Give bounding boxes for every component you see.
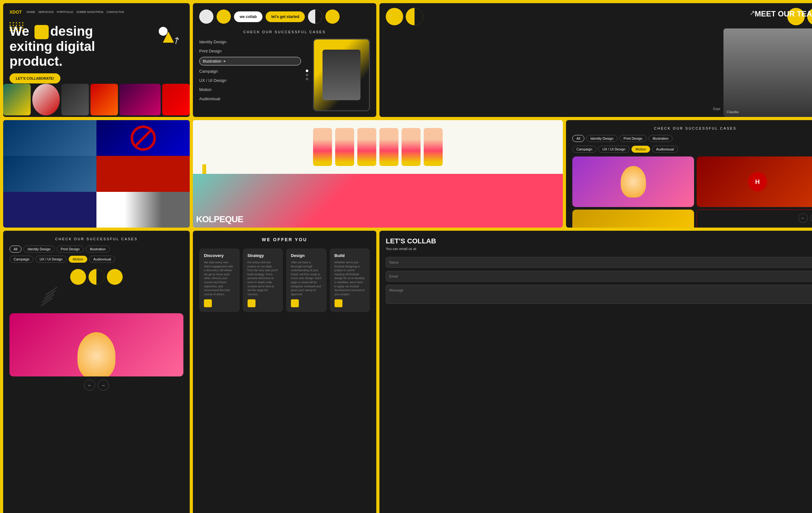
service-campaign[interactable]: Campaign <box>199 68 301 74</box>
nav-contactos[interactable]: CONTACTOS <box>107 10 124 13</box>
thumb-havana <box>162 84 190 115</box>
get-started-button[interactable]: let's get started <box>266 11 305 22</box>
arrow-next[interactable]: → <box>810 213 812 223</box>
offer-build-title: Build <box>335 253 366 258</box>
red-logo-text: H <box>755 178 759 185</box>
offer-discovery-icon <box>204 299 212 307</box>
bottom-tag-campaign[interactable]: Campaign <box>9 256 33 263</box>
bottom-tag-illus[interactable]: Illustration <box>86 246 110 252</box>
form-email-field[interactable]: Email <box>386 271 812 282</box>
case-baby <box>572 156 694 207</box>
form-name-field[interactable]: Name <box>386 257 812 268</box>
dots-decoration <box>9 22 24 31</box>
form-message-field[interactable]: Message <box>386 285 812 304</box>
illus-computer <box>3 192 96 228</box>
collaborate-button[interactable]: LET'S COLLABORATE! <box>9 73 60 84</box>
service-identity-design[interactable]: Identity Design <box>199 38 301 45</box>
yellow-circles-row <box>9 269 183 285</box>
nav-home[interactable]: HOME <box>27 10 35 13</box>
nav-links: HOME SERVICIOS PORTFOLIO SOBRE NOSOTROS … <box>27 10 124 13</box>
offer-title: WE OFFER YOU <box>199 237 370 242</box>
baby-figure <box>621 166 646 198</box>
nav-sobre[interactable]: SOBRE NOSOTROS <box>77 10 104 13</box>
thumb-mountain <box>32 84 60 115</box>
illus-blue-scene <box>3 120 96 156</box>
bottom-tag-identity[interactable]: Identity Design <box>23 246 55 252</box>
team-title: MEET OUR TEA <box>755 9 812 18</box>
offer-strategy-icon <box>248 299 256 307</box>
service-ux-ui[interactable]: UX / UI Design <box>199 77 301 84</box>
cases-right-panel: CHECK OUR SUCCESSFUL CASES All Identity … <box>566 120 812 228</box>
services-section-title: CHECK OUR SUCCESSFUL CASES <box>199 30 370 34</box>
char-5 <box>402 128 420 166</box>
main-illustration-panel: KOLPEQUE <box>193 120 563 228</box>
baby-figure-bottom <box>78 332 115 376</box>
tag-print-design[interactable]: Print Design <box>619 135 647 142</box>
circle-yellow-1 <box>216 9 231 24</box>
arrow-prev[interactable]: ← <box>799 213 808 223</box>
tag-motion[interactable]: Motion <box>632 146 650 153</box>
stripe-area <box>9 291 183 307</box>
tag-ux-ui[interactable]: UX / UI Design <box>598 146 630 153</box>
stripe-deco-bottom <box>41 293 55 302</box>
bottom-arrow-prev[interactable]: ← <box>84 380 95 391</box>
bottom-nav-arrows: ← → <box>9 380 183 391</box>
cases-right-title: CHECK OUR SUCCESSFUL CASES <box>572 126 812 130</box>
bottom-tag-audiovisual[interactable]: Audiovisual <box>89 256 115 263</box>
yellow-sm-3 <box>107 269 123 285</box>
yellow-sm-1 <box>70 269 86 285</box>
collab-title: LET'S COLLAB <box>386 237 812 245</box>
nav-portfolio[interactable]: PORTFOLIO <box>57 10 74 13</box>
service-illustration[interactable]: Illustration ➜ <box>199 57 301 65</box>
offer-build-icon <box>335 299 343 307</box>
offer-design: Design After we have a thorough enough u… <box>286 248 327 312</box>
red-logo: H <box>748 172 767 191</box>
case-gold <box>572 210 694 228</box>
bottom-tag-all[interactable]: All <box>9 246 22 252</box>
hero-icon-shape <box>34 25 49 39</box>
service-motion[interactable]: Motion <box>199 86 301 93</box>
bottom-arrow-next[interactable]: → <box>98 380 109 391</box>
tag-all[interactable]: All <box>572 135 584 142</box>
filter-tags-row-1: All Identity Design Print Design Illustr… <box>572 135 812 142</box>
illustration-collage-panel <box>3 120 190 228</box>
yellow-circle-tl-2 <box>406 8 423 25</box>
email-text: You can email us at: <box>386 247 812 251</box>
nav-bar: XDOT HOME SERVICIOS PORTFOLIO SOBRE NOSO… <box>9 9 183 14</box>
tag-campaign[interactable]: Campaign <box>572 146 596 153</box>
service-print-design[interactable]: Print Design <box>199 48 301 54</box>
offer-discovery-text: We start every new client engagement wit… <box>204 261 235 296</box>
we-collab-button[interactable]: we collab <box>234 11 262 22</box>
offer-build: Build Whether we've just finished design… <box>330 248 370 312</box>
cases-grid: H HAVANA <box>572 156 812 228</box>
top-buttons-area: we collab let's get started <box>199 9 370 24</box>
char-3 <box>357 128 376 166</box>
team-member-name: Claudia <box>727 110 738 114</box>
tag-audiovisual[interactable]: Audiovisual <box>652 146 678 153</box>
team-panel: MEET OUR TEA Claudia Expe ↗ <box>379 3 812 117</box>
offer-design-icon <box>291 299 299 307</box>
service-audiovisual[interactable]: Audiovisual <box>199 95 301 102</box>
kolpeque-scene: KOLPEQUE <box>193 174 378 228</box>
offer-discovery: Discovery We start every new client enga… <box>199 248 240 312</box>
offer-strategy-title: Strategy <box>248 253 279 258</box>
bottom-tag-motion[interactable]: Motion <box>68 256 87 263</box>
tag-illustration[interactable]: Illustration <box>648 135 672 142</box>
tag-identity-design[interactable]: Identity Design <box>586 135 617 142</box>
yellow-circle-tl-1 <box>386 8 403 25</box>
offer-discovery-title: Discovery <box>204 253 235 258</box>
nav-servicios[interactable]: SERVICIOS <box>38 10 54 13</box>
tablet-screen <box>314 39 369 110</box>
red-card-bg: H <box>697 156 812 207</box>
face-cell-bottom <box>378 201 563 228</box>
services-dots <box>306 38 308 111</box>
yellow-sm-2 <box>89 269 104 285</box>
team-photo: Claudia <box>723 28 812 117</box>
tablet-mockup <box>313 38 370 111</box>
bottom-tag-ux[interactable]: UX / UI Design <box>35 256 67 263</box>
nav-arrows: ← → <box>799 213 812 223</box>
case-havana: HAVANA <box>697 210 812 228</box>
bottom-right-panel: LET'S COLLAB You can email us at: Name E… <box>379 231 812 513</box>
bottom-tag-print[interactable]: Print Design <box>57 246 84 252</box>
dot-2 <box>306 74 308 76</box>
